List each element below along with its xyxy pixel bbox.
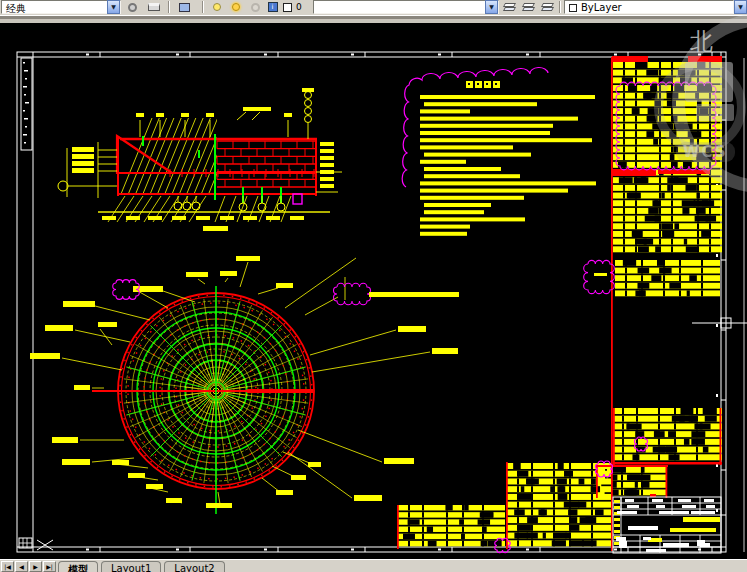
tab-model[interactable]: 模型 xyxy=(58,561,98,572)
tab-nav-first-button[interactable]: |◀ xyxy=(1,561,14,572)
tab-nav-last-button[interactable]: ▶| xyxy=(43,561,56,572)
model-space-canvas[interactable] xyxy=(0,0,747,572)
tab-layout1[interactable]: Layout1 xyxy=(101,561,161,572)
tab-nav-prev-button[interactable]: ◀ xyxy=(15,561,28,572)
cad-application-window: 经典 ▼ i 0 ▼ ByLayer ▼ 北 WCS |◀ ◀ xyxy=(0,0,747,572)
tab-nav-next-button[interactable]: ▶ xyxy=(29,561,42,572)
layout-tabbar: |◀ ◀ ▶ ▶| 模型 Layout1 Layout2 xyxy=(0,559,747,572)
tab-layout2[interactable]: Layout2 xyxy=(164,561,224,572)
